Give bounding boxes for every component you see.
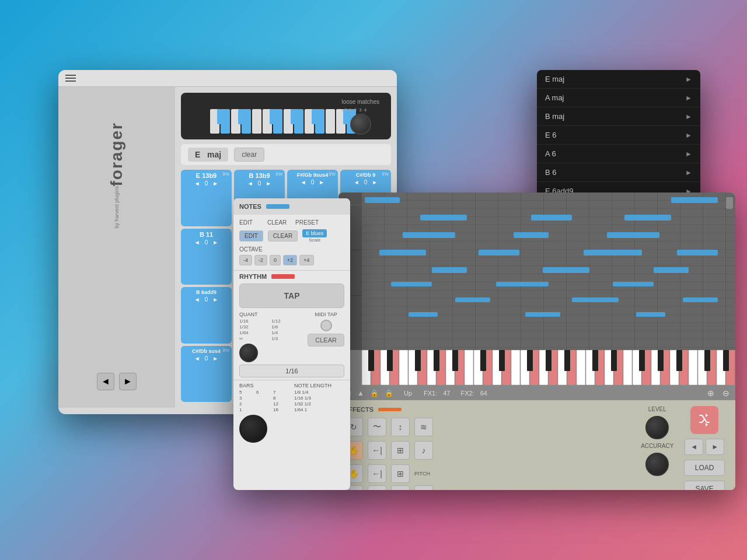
svg-rect-36 <box>496 282 549 286</box>
tap-button[interactable]: TAP <box>239 284 344 308</box>
quant-knob[interactable] <box>239 344 258 362</box>
effect-btn-12[interactable] <box>368 485 386 490</box>
chord-cell-8[interactable]: B 6add9 ◄0► <box>181 287 232 344</box>
chord-list-name-5: B 6 <box>545 168 557 177</box>
chord-list-item-4[interactable]: A 6 ► <box>537 145 700 163</box>
chord-num-8: 0 <box>205 296 208 303</box>
rhythm-header: RHYTHM <box>239 273 344 280</box>
octave-btn-0[interactable]: 0 <box>270 255 281 265</box>
chord-cell-12[interactable]: inv C#/Db sus4 ◄0► <box>181 346 232 402</box>
quant-label: QUANT <box>239 312 303 317</box>
effects-bar <box>378 408 402 411</box>
chord-arrows-2: ◄0► <box>301 179 324 186</box>
clear-notes-button[interactable]: CLEAR <box>268 230 298 242</box>
effect-btn-1[interactable]: 〜 <box>368 418 386 436</box>
effect-btn-5[interactable]: ←| <box>368 441 386 460</box>
chord-list-item-2[interactable]: B maj ► <box>537 107 700 126</box>
load-button[interactable]: LOAD <box>684 460 725 476</box>
chord-list-item-5[interactable]: B 6 ► <box>537 163 700 182</box>
bars-knob[interactable] <box>239 415 267 443</box>
edit-clear-buttons-row: EDIT CLEAR E blues Scale <box>239 229 344 243</box>
save-button[interactable]: SAVE <box>684 481 725 490</box>
svg-rect-96 <box>639 350 645 371</box>
edit-button[interactable]: EDIT <box>239 230 263 242</box>
svg-rect-35 <box>391 282 432 286</box>
quant-section: QUANT 1/161/12 1/321/8 1/641/4 ∞1/3 <box>239 312 303 362</box>
shuffle-active-button[interactable] <box>690 406 718 434</box>
right-controls-panel: ◄ ► LOAD SAVE HARVEST <box>679 406 729 490</box>
svg-rect-14 <box>217 109 224 124</box>
octave-btn-+4[interactable]: +4 <box>299 255 313 265</box>
toolbar-lock2-icon[interactable]: 🔒 <box>385 389 393 397</box>
prev-button[interactable]: ◄ <box>685 439 703 455</box>
app-subtitle: by harvest plugins <box>114 186 120 229</box>
effect-btn-2[interactable]: ↕ <box>391 418 410 436</box>
harvest-window: C5 C4 <box>338 192 735 490</box>
next-button[interactable]: ► <box>706 439 724 455</box>
effect-btn-14[interactable] <box>414 485 433 490</box>
toolbar-lock-icon[interactable]: 🔒 <box>370 389 379 397</box>
accuracy-label: ACCURACY <box>641 443 673 449</box>
chord-list-name-2: B maj <box>545 112 564 121</box>
notes-level-bar <box>266 204 289 209</box>
midi-tap-indicator[interactable] <box>320 320 332 331</box>
effect-btn-3[interactable]: ≋ <box>414 418 433 436</box>
scroll-indicator[interactable] <box>726 197 733 209</box>
toolbar-up-icon[interactable]: ▲ <box>357 389 364 397</box>
level-knob[interactable] <box>645 416 669 439</box>
effect-btn-9[interactable]: ←| <box>368 464 386 483</box>
octave-btn--2[interactable]: -2 <box>254 255 267 265</box>
svg-rect-15 <box>238 109 245 124</box>
zoom-in-button[interactable]: ⊕ <box>707 388 714 398</box>
chord-name: E maj <box>188 148 228 162</box>
loose-matches-knob-dial[interactable] <box>350 114 371 135</box>
menu-icon[interactable] <box>65 75 76 82</box>
svg-rect-11 <box>326 109 335 134</box>
chord-inv-0: inv <box>222 171 229 177</box>
chord-num-0: 0 <box>205 180 208 187</box>
clear-button[interactable]: clear <box>234 148 264 162</box>
svg-rect-88 <box>452 350 458 371</box>
preset-badge[interactable]: E blues <box>302 229 327 237</box>
rhythm-preset-box[interactable]: 1/16 <box>239 365 344 377</box>
mini-keyboard-svg <box>210 97 362 135</box>
note-blocks-svg <box>362 192 729 350</box>
svg-rect-38 <box>455 298 490 302</box>
effect-btn-7[interactable]: ♪ <box>414 441 433 460</box>
clear-rhythm-button[interactable]: CLEAR <box>308 334 344 346</box>
svg-rect-22 <box>420 215 467 220</box>
svg-rect-17 <box>291 109 297 124</box>
octave-section-label: OCTAVE <box>239 246 344 253</box>
svg-rect-33 <box>543 267 589 273</box>
svg-rect-34 <box>654 267 689 273</box>
effect-btn-6[interactable]: ⊞ <box>391 441 410 460</box>
svg-rect-18 <box>312 109 318 124</box>
chord-list-item-1[interactable]: A maj ► <box>537 89 700 107</box>
chord-cell-4[interactable]: B 11 ◄0► <box>181 229 232 285</box>
octave-btn--4[interactable]: -4 <box>239 255 252 265</box>
chord-cell-0[interactable]: inv E 13b9 ◄0► <box>181 170 232 226</box>
piano-roll-area[interactable]: C5 C4 <box>338 192 735 350</box>
svg-rect-90 <box>499 350 505 371</box>
nav-left-button[interactable]: ◄ <box>97 373 114 390</box>
effect-btn-13[interactable] <box>391 485 410 490</box>
svg-rect-29 <box>479 250 519 256</box>
effects-row3 <box>344 485 629 490</box>
midi-tap-label: MIDI TAP <box>315 312 337 317</box>
quant-midi-row: QUANT 1/161/12 1/321/8 1/641/4 ∞1/3 MIDI… <box>239 312 344 362</box>
chord-num-1: 0 <box>258 180 261 187</box>
chord-list-item-0[interactable]: E maj ► <box>537 70 700 89</box>
accuracy-knob[interactable] <box>645 453 669 476</box>
chord-num-4: 0 <box>205 239 208 246</box>
bars-section: BARS 567 38 212 116 NOTE LENGTH 1/8 1/4 … <box>233 380 350 445</box>
zoom-out-button[interactable]: ⊖ <box>722 388 729 398</box>
chord-list-item-3[interactable]: E 6 ► <box>537 126 700 145</box>
chord-arrows-3: ◄0► <box>354 179 378 186</box>
chord-arrows-4: ◄0► <box>194 239 218 246</box>
preset-sub: Scale <box>309 237 320 243</box>
octave-btn-+2[interactable]: +2 <box>283 255 297 265</box>
level-label: LEVEL <box>648 406 666 412</box>
effect-btn-10[interactable]: ⊞ <box>391 464 410 483</box>
svg-rect-39 <box>572 298 619 302</box>
nav-right-button[interactable]: ► <box>119 373 137 390</box>
